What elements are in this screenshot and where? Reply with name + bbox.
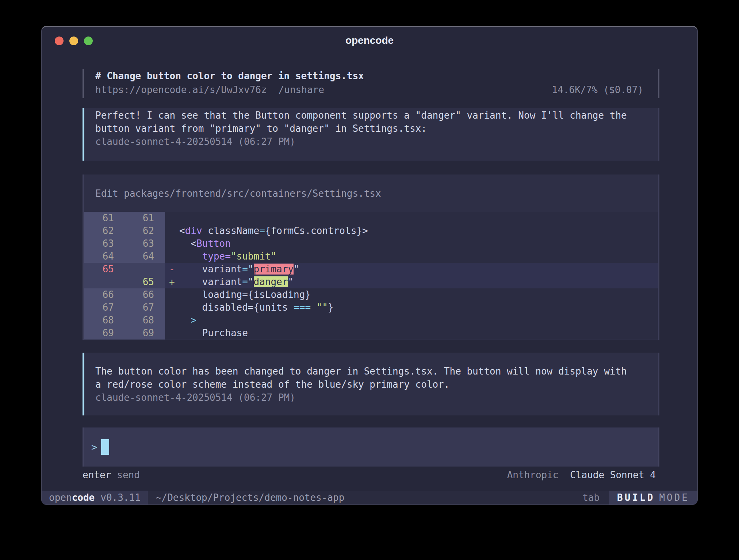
diff-marker bbox=[165, 301, 179, 314]
diff-marker bbox=[165, 237, 179, 250]
code-line: disabled={units === ""} bbox=[179, 301, 658, 314]
old-line-number: 64 bbox=[84, 250, 123, 263]
code-line: variant="primary" bbox=[179, 263, 658, 276]
code-line: type="submit" bbox=[179, 250, 658, 263]
old-line-number: 69 bbox=[84, 327, 123, 340]
prompt-input[interactable]: > bbox=[83, 427, 659, 467]
diff-row: 6161 bbox=[84, 212, 658, 225]
diff-row: 6868 > bbox=[84, 314, 658, 327]
app-name-bold: code bbox=[72, 492, 95, 503]
old-line-number: 66 bbox=[84, 288, 123, 301]
window-title: opencode bbox=[42, 35, 697, 46]
prompt-char: > bbox=[91, 441, 97, 453]
send-action-hint: send bbox=[117, 469, 140, 480]
status-bar: opencode v0.3.11 ~/Desktop/Projects/demo… bbox=[42, 491, 697, 505]
diff-row: 6767 disabled={units === ""} bbox=[84, 301, 658, 314]
diff-marker bbox=[165, 288, 179, 301]
diff-row: 6666 loading={isLoading} bbox=[84, 288, 658, 301]
session-title: # Change button color to danger in setti… bbox=[95, 69, 643, 83]
code-line: variant="danger" bbox=[179, 276, 658, 288]
diff-marker bbox=[165, 225, 179, 237]
message-line: a red/rose color scheme instead of the b… bbox=[95, 378, 651, 391]
assistant-message-2: The button color has been changed to dan… bbox=[83, 353, 659, 415]
model-meta: claude-sonnet-4-20250514 (06:27 PM) bbox=[95, 135, 651, 148]
new-line-number: 67 bbox=[123, 301, 165, 314]
tab-keybind-hint[interactable]: tab bbox=[582, 491, 600, 505]
app-version-chip: opencode v0.3.11 bbox=[42, 491, 148, 505]
new-line-number: 65 bbox=[123, 276, 165, 288]
mode-secondary: MODE bbox=[659, 492, 689, 503]
code-line: <div className={formCs.controls}> bbox=[179, 225, 658, 237]
old-line-number: 67 bbox=[84, 301, 123, 314]
diff-row: 65- variant="primary" bbox=[84, 263, 658, 276]
enter-key-hint: enter bbox=[83, 469, 111, 480]
diff-row: 6262<div className={formCs.controls}> bbox=[84, 225, 658, 237]
model-meta: claude-sonnet-4-20250514 (06:27 PM) bbox=[95, 391, 651, 404]
mode-primary: BUILD bbox=[617, 492, 655, 503]
code-line: > bbox=[179, 314, 658, 327]
old-line-number: 61 bbox=[84, 212, 123, 225]
context-stats: 14.6K/7% ($0.07) bbox=[552, 83, 643, 97]
diff-marker bbox=[165, 327, 179, 340]
diff-row: 65+ variant="danger" bbox=[84, 276, 658, 288]
message-line: button variant from "primary" to "danger… bbox=[95, 122, 651, 135]
app-name-regular: open bbox=[49, 492, 72, 503]
model-label[interactable]: Claude Sonnet 4 bbox=[570, 469, 656, 480]
hint-bar: enter send Anthropic Claude Sonnet 4 bbox=[83, 469, 659, 481]
title-bar: opencode bbox=[42, 27, 697, 56]
new-line-number bbox=[123, 263, 165, 276]
new-line-number: 61 bbox=[123, 212, 165, 225]
diff-marker bbox=[165, 212, 179, 225]
old-line-number: 62 bbox=[84, 225, 123, 237]
message-line: The button color has been changed to dan… bbox=[95, 365, 651, 378]
new-line-number: 64 bbox=[123, 250, 165, 263]
provider-label: Anthropic bbox=[507, 469, 559, 480]
new-line-number: 66 bbox=[123, 288, 165, 301]
message-line: Perfect! I can see that the Button compo… bbox=[95, 109, 651, 122]
old-line-number: 65 bbox=[84, 263, 123, 276]
new-line-number: 69 bbox=[123, 327, 165, 340]
edit-tool-title: Edit packages/frontend/src/containers/Se… bbox=[84, 174, 658, 200]
diff-row: 6363 <Button bbox=[84, 237, 658, 250]
diff-row: 6464 type="submit" bbox=[84, 250, 658, 263]
diff-table: 61616262<div className={formCs.controls}… bbox=[84, 212, 658, 340]
old-line-number bbox=[84, 276, 123, 288]
app-window: opencode # Change button color to danger… bbox=[41, 26, 698, 505]
diff-marker bbox=[165, 314, 179, 327]
diff-row: 6969 Purchase bbox=[84, 327, 658, 340]
new-line-number: 63 bbox=[123, 237, 165, 250]
unshare-command[interactable]: /unshare bbox=[279, 83, 324, 97]
old-line-number: 68 bbox=[84, 314, 123, 327]
working-directory: ~/Desktop/Projects/demo-notes-app bbox=[156, 491, 345, 505]
assistant-message-1: Perfect! I can see that the Button compo… bbox=[83, 108, 659, 161]
edit-tool-block: Edit packages/frontend/src/containers/Se… bbox=[83, 174, 659, 340]
assistant-message-1-lines: Perfect! I can see that the Button compo… bbox=[95, 109, 651, 135]
code-line: Purchase bbox=[179, 327, 658, 340]
share-header: # Change button color to danger in setti… bbox=[83, 69, 659, 98]
mode-indicator[interactable]: BUILD MODE bbox=[609, 491, 697, 505]
assistant-message-2-lines: The button color has been changed to dan… bbox=[95, 365, 651, 391]
new-line-number: 62 bbox=[123, 225, 165, 237]
new-line-number: 68 bbox=[123, 314, 165, 327]
code-line bbox=[179, 212, 658, 225]
old-line-number: 63 bbox=[84, 237, 123, 250]
diff-marker bbox=[165, 250, 179, 263]
diff-marker: - bbox=[165, 263, 179, 276]
text-cursor bbox=[101, 439, 109, 455]
app-version: v0.3.11 bbox=[100, 492, 141, 503]
share-url[interactable]: https://opencode.ai/s/UwJxv76z bbox=[95, 83, 267, 97]
code-line: loading={isLoading} bbox=[179, 288, 658, 301]
code-line: <Button bbox=[179, 237, 658, 250]
diff-marker: + bbox=[165, 276, 179, 288]
